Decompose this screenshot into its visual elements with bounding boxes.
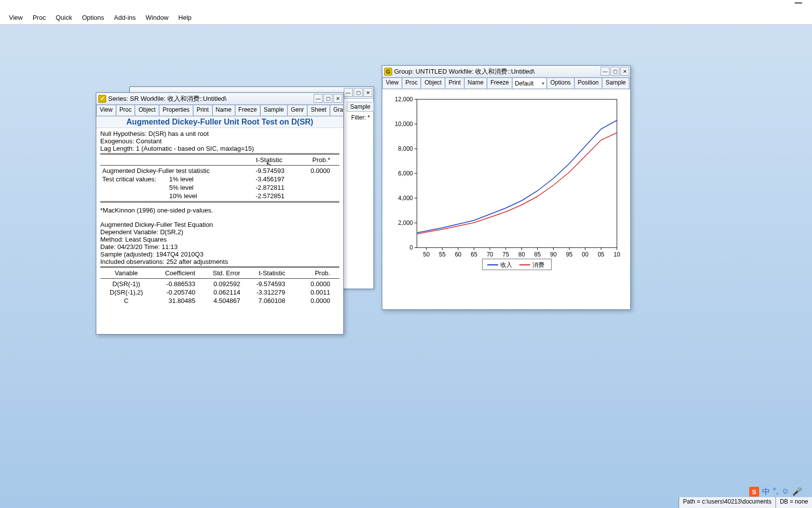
svg-text:05: 05	[598, 251, 605, 258]
svg-text:70: 70	[487, 251, 493, 258]
series-close-button[interactable]: ✕	[333, 94, 342, 103]
group-tbtn-freeze[interactable]: Freeze	[487, 78, 512, 89]
series-icon: ✓	[98, 95, 106, 103]
status-bar: Path = c:\users\40213\documents DB = non…	[0, 497, 812, 508]
menu-proc[interactable]: Proc	[28, 12, 51, 23]
ime-lang[interactable]: 中	[762, 487, 770, 497]
line-chart: 02,0004,0006,0008,00010,00012,0005055606…	[390, 94, 624, 302]
results-rows: D(SR(-1))-0.8865330.092592-9.5745930.000…	[100, 280, 332, 305]
series-tbtn-sample[interactable]: Sample	[260, 105, 287, 116]
series-tbtn-print[interactable]: Print	[193, 105, 212, 116]
sogou-icon[interactable]: S	[749, 487, 759, 497]
main-menubar: ViewProcQuickOptionsAdd-insWindowHelp	[0, 11, 812, 25]
series-tbtn-name[interactable]: Name	[212, 105, 235, 116]
series-tbtn-view[interactable]: View	[96, 105, 116, 116]
group-icon: G	[384, 68, 392, 76]
ime-mic-icon[interactable]: 🎤	[792, 487, 802, 497]
svg-text:12,000: 12,000	[395, 96, 413, 103]
group-minimize-button[interactable]: —	[601, 67, 609, 76]
svg-rect-0	[417, 99, 617, 248]
svg-text:4,000: 4,000	[398, 195, 413, 202]
eq-line: Sample (adjusted): 1947Q4 2010Q3	[100, 251, 339, 258]
svg-text:90: 90	[550, 251, 557, 258]
series-tbtn-sheet[interactable]: Sheet	[307, 105, 329, 116]
eq-line: Method: Least Squares	[100, 236, 339, 243]
group-tbtn-print[interactable]: Print	[445, 78, 464, 89]
group-close-button[interactable]: ✕	[620, 67, 629, 76]
svg-text:50: 50	[423, 251, 430, 258]
eq-line: Date: 04/23/20 Time: 11:13	[100, 243, 339, 251]
adf-stat-table: Augmented Dickey-Fuller test statistic-9…	[100, 167, 332, 200]
svg-text:55: 55	[439, 251, 446, 258]
group-title: Group: UNTITLED Workfile: 收入和消费::Untitle…	[394, 67, 534, 76]
bg-maximize-button[interactable]: ▢	[354, 88, 363, 97]
menu-quick[interactable]: Quick	[51, 12, 77, 23]
svg-text:85: 85	[534, 251, 541, 258]
chart-area: 02,0004,0006,0008,00010,00012,0005055606…	[382, 89, 630, 309]
lag-length-line: Lag Length: 1 (Automatic - based on SIC,…	[100, 145, 339, 152]
group-tbtn-view[interactable]: View	[382, 78, 402, 89]
results-header: VariableCoefficientStd. Errort-Statistic…	[100, 269, 332, 277]
series-tbtn-object[interactable]: Object	[135, 105, 159, 116]
group-tbtn-position[interactable]: Position	[574, 78, 603, 89]
app-minimize-icon[interactable]	[795, 2, 802, 3]
ime-indicator[interactable]: S 中 °, ☺ 🎤	[749, 487, 802, 497]
series-tbtn-proc[interactable]: Proc	[116, 105, 135, 116]
menu-view[interactable]: View	[4, 12, 28, 23]
svg-text:2,000: 2,000	[398, 219, 413, 226]
group-maximize-button[interactable]: ▢	[610, 67, 619, 76]
svg-text:收入: 收入	[500, 261, 512, 268]
group-window: G Group: UNTITLED Workfile: 收入和消费::Untit…	[382, 65, 631, 310]
menu-options[interactable]: Options	[77, 12, 109, 23]
eq-line: Included observations: 252 after adjustm…	[100, 258, 339, 265]
bg-filter-label: Filter: *	[351, 114, 370, 121]
series-minimize-button[interactable]: —	[314, 94, 323, 103]
group-titlebar[interactable]: G Group: UNTITLED Workfile: 收入和消费::Untit…	[382, 66, 630, 78]
null-hypothesis: Null Hypothesis: D(SR) has a unit root	[100, 130, 339, 137]
mackinnon-note: *MacKinnon (1996) one-sided p-values.	[100, 207, 339, 214]
menu-help[interactable]: Help	[173, 12, 197, 23]
table-row: D(SR(-1),2)-0.2057400.062114-3.3122790.0…	[100, 288, 332, 296]
menu-add-ins[interactable]: Add-ins	[109, 12, 141, 23]
title-strip	[0, 0, 812, 11]
group-tbtn-sample[interactable]: Sample	[602, 78, 629, 89]
bg-minimize-button[interactable]: —	[344, 88, 353, 97]
group-tbtn-sh[interactable]: Sh	[629, 78, 630, 89]
group-tbtn-object[interactable]: Object	[421, 78, 445, 89]
svg-text:0: 0	[409, 244, 413, 251]
series-tbtn-graph[interactable]: Graph	[330, 105, 343, 116]
svg-text:95: 95	[566, 251, 573, 258]
group-tbtn-options[interactable]: Options	[547, 78, 574, 89]
ime-smiley-icon[interactable]: ☺	[781, 487, 789, 497]
series-tbtn-properties[interactable]: Properties	[159, 105, 193, 116]
svg-text:00: 00	[582, 251, 589, 258]
status-db: DB = none	[775, 497, 812, 508]
status-path: Path = c:\users\40213\documents	[679, 497, 775, 508]
ime-punct-icon[interactable]: °,	[773, 487, 778, 497]
svg-text:65: 65	[471, 251, 478, 258]
svg-text:10: 10	[613, 251, 620, 258]
series-maximize-button[interactable]: ▢	[324, 94, 332, 103]
svg-text:8,000: 8,000	[398, 145, 413, 152]
svg-text:80: 80	[518, 251, 525, 258]
series-toolbar: ViewProcObjectPropertiesPrintNameFreezeS…	[96, 105, 343, 117]
bg-sample-button[interactable]: Sample	[347, 102, 374, 112]
series-content: Null Hypothesis: D(SR) has a unit root E…	[96, 128, 343, 345]
group-style-combo[interactable]: Default	[512, 78, 547, 89]
exogenous-line: Exogenous: Constant	[100, 137, 339, 145]
series-window: ✓ Series: SR Workfile: 收入和消费::Untitled\ …	[96, 92, 344, 335]
eq-line: Augmented Dickey-Fuller Test Equation	[100, 221, 339, 228]
series-tbtn-freeze[interactable]: Freeze	[235, 105, 260, 116]
menu-window[interactable]: Window	[141, 12, 173, 23]
series-titlebar[interactable]: ✓ Series: SR Workfile: 收入和消费::Untitled\ …	[96, 93, 343, 105]
adf-heading: Augmented Dickey-Fuller Unit Root Test o…	[96, 117, 343, 128]
series-tbtn-genr[interactable]: Genr	[287, 105, 308, 116]
svg-text:75: 75	[502, 251, 509, 258]
svg-text:6,000: 6,000	[398, 170, 413, 177]
svg-text:10,000: 10,000	[395, 121, 413, 127]
series-title: Series: SR Workfile: 收入和消费::Untitled\	[108, 94, 227, 103]
group-tbtn-proc[interactable]: Proc	[402, 78, 421, 89]
eq-line: Dependent Variable: D(SR,2)	[100, 228, 339, 236]
group-tbtn-name[interactable]: Name	[464, 78, 487, 89]
bg-close-button[interactable]: ✕	[364, 88, 372, 97]
